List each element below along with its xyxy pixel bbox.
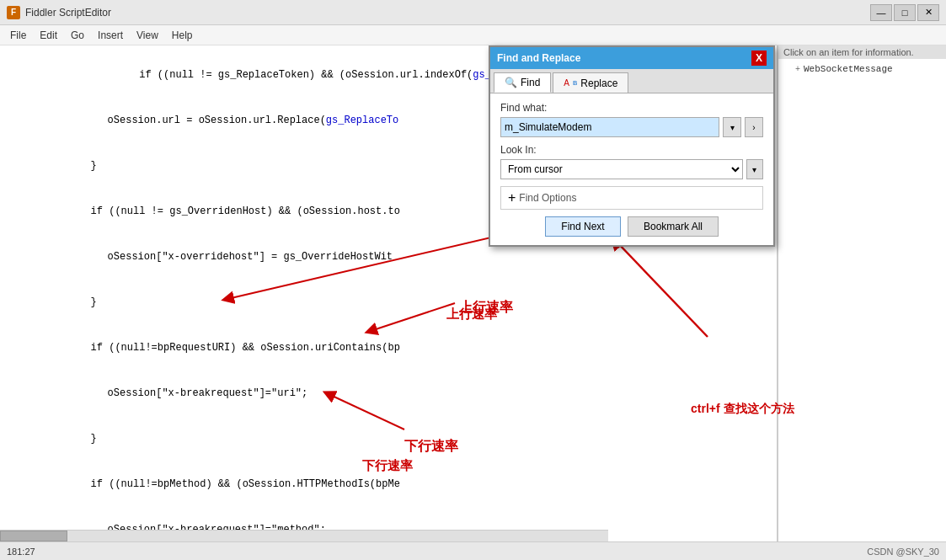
scrollbar-thumb[interactable] [0,531,67,541]
tree-expand-icon[interactable]: + [795,65,800,74]
code-line: if ((null!=bpRequestURI) && oSession.uri… [0,325,777,371]
find-icon: 🔍 [505,77,517,88]
look-in-label: Look In: [500,144,763,156]
dialog-close-button[interactable]: X [751,51,767,66]
title-bar: F Fiddler ScriptEditor — □ ✕ [0,0,946,25]
menu-go[interactable]: Go [64,28,91,43]
code-line: } [0,280,777,325]
look-in-row: Look In: From cursor Entire scope Curren… [500,144,763,179]
tab-find-label: Find [521,77,540,88]
window-title: Fiddler ScriptEditor [25,7,111,19]
menu-file[interactable]: File [3,28,33,43]
find-what-row: Find what: ▾ › [500,102,763,137]
tab-replace[interactable]: AB Replace [553,72,628,93]
code-line: } [0,416,777,461]
menu-edit[interactable]: Edit [33,28,64,43]
maximize-button[interactable]: □ [894,4,916,21]
code-line: if ((null!=bpMethod) && (oSession.HTTPMe… [0,461,777,507]
right-panel-header: Click on an item for information. [778,45,946,59]
dialog-buttons: Find Next Bookmark All [500,216,763,237]
find-options-section[interactable]: + Find Options [500,186,763,210]
look-in-select[interactable]: From cursor Entire scope Current selecti… [500,159,743,179]
app-icon: F [7,6,20,19]
minimize-button[interactable]: — [870,4,892,21]
find-options-plus: + [508,190,516,205]
dialog-body: Find what: ▾ › Look In: From cursor Enti… [490,93,773,245]
tab-replace-label: Replace [580,77,617,89]
menu-help[interactable]: Help [165,28,200,43]
menu-bar: File Edit Go Insert View Help [0,25,946,45]
dialog-title: Find and Replace [497,52,580,64]
dialog-tabs: 🔍 Find AB Replace [490,69,773,93]
replace-icon: A [564,78,569,88]
close-window-button[interactable]: ✕ [917,4,939,21]
find-options-label: Find Options [519,192,576,204]
status-bar: 181:27 CSDN @SKY_30 [0,541,946,560]
tab-find[interactable]: 🔍 Find [494,72,551,93]
find-what-label: Find what: [500,102,763,114]
window-controls: — □ ✕ [870,4,939,21]
menu-insert[interactable]: Insert [91,28,130,43]
right-panel: Click on an item for information. + WebS… [778,45,946,560]
find-what-input-row: ▾ › [500,117,763,137]
find-replace-dialog: Find and Replace X 🔍 Find AB Replace Fin… [489,45,775,247]
tree-item-websocket[interactable]: + WebSocketMessage [782,62,943,76]
find-extra-button[interactable]: › [745,117,763,137]
menu-view[interactable]: View [130,28,165,43]
find-dropdown-button[interactable]: ▾ [723,117,741,137]
find-next-button[interactable]: Find Next [545,216,621,237]
dialog-container: Find and Replace X 🔍 Find AB Replace Fin… [489,45,775,247]
code-line: oSession["x-breakrequest"]="uri"; [0,371,777,416]
main-area: if ((null != gs_ReplaceToken) && (oSessi… [0,45,946,560]
dialog-titlebar: Find and Replace X [490,47,773,69]
horizontal-scrollbar[interactable] [0,530,608,541]
cursor-position: 181:27 [7,547,35,557]
look-in-dropdown-btn[interactable]: ▾ [746,159,763,179]
find-what-input[interactable] [500,117,719,137]
right-panel-content: + WebSocketMessage [778,59,946,79]
status-right-text: CSDN @SKY_30 [867,547,939,557]
bookmark-all-button[interactable]: Bookmark All [628,216,719,237]
